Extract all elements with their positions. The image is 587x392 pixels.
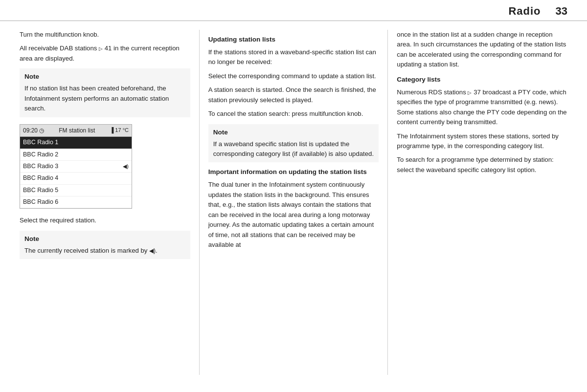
note2-text-start: The currently received station is marked…: [24, 247, 149, 254]
note-box-3: Note If a waveband specific station list…: [208, 124, 379, 163]
col1-para2-arrow: ▷: [99, 46, 103, 51]
col1-select-text: Select the required station.: [20, 216, 190, 225]
note2-speaker-icon: ◀): [149, 247, 156, 254]
page-title: Radio: [508, 5, 541, 18]
col2-p2: Select the corresponding command to upda…: [208, 71, 379, 81]
station-item-5[interactable]: BBC Radio 5: [20, 185, 132, 196]
col2-p4: To cancel the station search: press mult…: [208, 109, 379, 119]
station-widget: 09:20 ◷ FM station list ▐ 17 °C BBC Radi…: [20, 124, 132, 209]
col3-p1-start: Numerous RDS stations: [397, 88, 468, 96]
speaker-icon: ◀): [123, 162, 129, 171]
note-box-2: Note The currently received station is m…: [20, 231, 190, 259]
col3-section3-p2: The Infotainment system stores these sta…: [397, 131, 567, 152]
note2-end: .: [156, 247, 158, 254]
col3-num: 37: [472, 88, 480, 96]
col2-section2-p1: The dual tuner in the Infotainment syste…: [208, 180, 379, 250]
col3-section3-p1: Numerous RDS stations ▷ 37 broadcast a P…: [397, 87, 567, 128]
note-text-3: If a waveband specific station list is u…: [213, 139, 374, 159]
column-1: Turn the multifunction knob. All receiva…: [20, 30, 199, 375]
note-text-1: If no station list has been created befo…: [24, 84, 185, 113]
note-box-1: Note If no station list has been created…: [20, 68, 190, 117]
station-widget-header: 09:20 ◷ FM station list ▐ 17 °C: [20, 125, 132, 137]
col2-p1: If the stations stored in a waveband-spe…: [208, 47, 379, 67]
column-3: once in the station list at a sudden cha…: [388, 30, 567, 375]
station-widget-time: 09:20 ◷: [23, 126, 44, 135]
note-title-2: Note: [24, 234, 185, 244]
station-item-4[interactable]: BBC Radio 4: [20, 173, 132, 184]
note-title-3: Note: [213, 128, 374, 138]
time-value: 09:20: [23, 126, 38, 135]
note-text-2: The currently received station is marked…: [24, 246, 185, 256]
col3-p1: once in the station list at a sudden cha…: [397, 30, 567, 70]
section-title-updating: Updating station lists: [208, 35, 379, 45]
col3-section3-p3: To search for a programme type determine…: [397, 155, 567, 175]
station-item-3[interactable]: BBC Radio 3 ◀): [20, 161, 132, 173]
battery-icon: ▐: [110, 127, 113, 133]
clock-icon: ◷: [39, 126, 44, 135]
note-title-1: Note: [24, 72, 185, 82]
col1-para1: Turn the multifunction knob.: [20, 30, 190, 40]
col2-p3: A station search is started. Once the se…: [208, 85, 379, 105]
station-widget-title: FM station list: [59, 126, 95, 135]
section-title-category: Category lists: [397, 75, 567, 85]
station-widget-temp: ▐ 17 °C: [110, 126, 129, 134]
section-title-important: Important information on updating the st…: [208, 167, 379, 177]
col1-para2-text: All receivable DAB stations: [20, 44, 99, 52]
content-area: Turn the multifunction knob. All receiva…: [0, 21, 587, 384]
column-2: Updating station lists If the stations s…: [200, 30, 388, 375]
station-item-6[interactable]: BBC Radio 6: [20, 196, 132, 208]
page-number: 33: [556, 5, 567, 18]
page-header: Radio 33: [0, 0, 587, 21]
station-name-3: BBC Radio 3: [23, 162, 58, 171]
col1-para2: All receivable DAB stations ▷ 41 in the …: [20, 44, 190, 64]
station-item-2[interactable]: BBC Radio 2: [20, 149, 132, 161]
station-list: BBC Radio 1 BBC Radio 2 BBC Radio 3 ◀) B…: [20, 137, 132, 208]
station-item-1[interactable]: BBC Radio 1: [20, 137, 132, 149]
temp-value: 17 °C: [115, 127, 129, 133]
